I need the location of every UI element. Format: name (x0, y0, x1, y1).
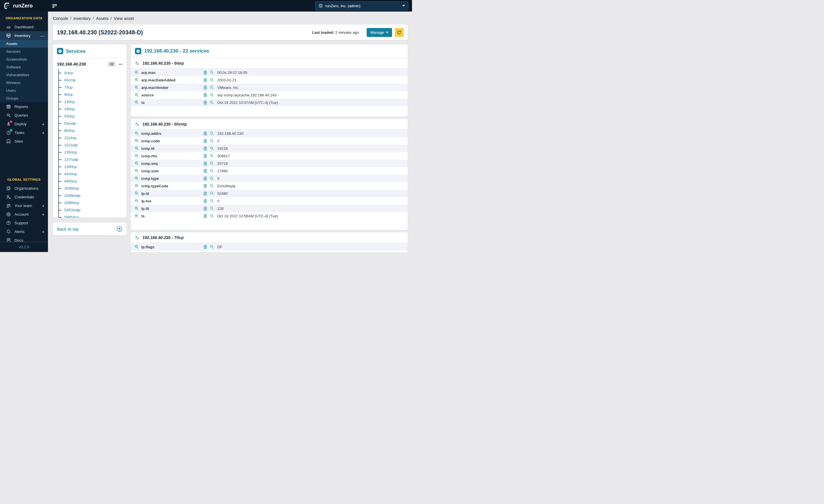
eye-magnifier-icon[interactable] (134, 93, 139, 97)
sidebar-item-support[interactable]: Support (0, 219, 48, 227)
breadcrumb-console[interactable]: Console (53, 16, 68, 21)
copy-clipboard-icon[interactable] (203, 184, 207, 188)
copy-clipboard-icon[interactable] (203, 131, 207, 136)
sidebar-item-deploy[interactable]: Deploy+ (0, 120, 48, 128)
back-to-top-button[interactable]: Back to top (53, 223, 126, 235)
sidebar-item-tasks[interactable]: Tasks+ (0, 128, 48, 137)
port-link-53-tcp[interactable]: 53/tcp (64, 114, 75, 118)
port-link-445-tcp[interactable]: 445/tcp (64, 179, 77, 183)
sidebar-item-reports[interactable]: Reports (0, 102, 48, 111)
expand-toggle-icon[interactable]: + (42, 130, 44, 135)
copy-clipboard-icon[interactable] (203, 199, 207, 203)
sidebar-item-groups[interactable]: Groups (0, 94, 48, 102)
copy-clipboard-icon[interactable] (203, 139, 207, 143)
eye-magnifier-icon[interactable] (134, 139, 139, 143)
sidebar-item-organizations[interactable]: Organizations (0, 184, 48, 193)
search-minus-icon[interactable] (209, 183, 214, 188)
port-link-111-udp[interactable]: 111/udp (64, 143, 78, 147)
search-minus-icon[interactable] (209, 168, 214, 173)
port-link-5353-udp[interactable]: 5353/udp (64, 208, 80, 212)
eye-magnifier-icon[interactable] (134, 161, 139, 166)
search-minus-icon[interactable] (209, 139, 214, 143)
search-minus-icon[interactable] (209, 93, 214, 97)
collapse-toggle-icon[interactable]: — (40, 33, 44, 38)
eye-magnifier-icon[interactable] (134, 146, 139, 151)
search-minus-icon[interactable] (209, 206, 214, 211)
search-minus-icon[interactable] (209, 245, 214, 249)
sidebar-item-alerts[interactable]: Alerts+ (0, 227, 48, 236)
sidebar-item-assets[interactable]: Assets (0, 40, 48, 48)
manage-button[interactable]: Manage (367, 28, 392, 37)
eye-magnifier-icon[interactable] (134, 168, 139, 173)
copy-clipboard-icon[interactable] (203, 245, 207, 249)
eye-magnifier-icon[interactable] (134, 100, 139, 105)
port-link-0-icmp[interactable]: 0/icmp (64, 78, 76, 82)
port-link-7-tcp[interactable]: 7/tcp (64, 85, 73, 90)
sidebar-item-wireless[interactable]: Wireless (0, 79, 48, 87)
copy-clipboard-icon[interactable] (203, 207, 207, 211)
port-link-53-udp[interactable]: 53/udp (64, 121, 76, 126)
sidebar-item-account[interactable]: Account+ (0, 210, 48, 219)
sidebar-item-screenshots[interactable]: Screenshots (0, 55, 48, 63)
copy-clipboard-icon[interactable] (203, 93, 207, 97)
port-link-139-tcp[interactable]: 139/tcp (64, 164, 77, 169)
search-minus-icon[interactable] (209, 191, 214, 196)
search-minus-icon[interactable] (209, 199, 214, 203)
sidebar-item-queries[interactable]: Queries (0, 111, 48, 120)
eye-magnifier-icon[interactable] (134, 199, 139, 203)
search-minus-icon[interactable] (209, 153, 214, 158)
search-minus-icon[interactable] (209, 214, 214, 218)
copy-clipboard-icon[interactable] (203, 71, 207, 75)
copy-clipboard-icon[interactable] (203, 176, 207, 181)
port-link-137-udp[interactable]: 137/udp (64, 157, 78, 162)
sidebar-item-sites[interactable]: Sites (0, 137, 48, 145)
sidebar-item-vulnerabilities[interactable]: Vulnerabilities (0, 71, 48, 79)
breadcrumb-assets[interactable]: Assets (96, 16, 109, 21)
copy-clipboard-icon[interactable] (203, 169, 207, 173)
eye-magnifier-icon[interactable] (134, 206, 139, 211)
copy-clipboard-icon[interactable] (203, 154, 207, 158)
port-link-443-tcp[interactable]: 443/tcp (64, 172, 77, 176)
sidebar-item-users[interactable]: Users (0, 87, 48, 94)
sidebar-item-inventory[interactable]: Inventory— (0, 31, 48, 40)
expand-toggle-icon[interactable]: + (42, 204, 44, 208)
eye-magnifier-icon[interactable] (134, 176, 139, 181)
eye-magnifier-icon[interactable] (134, 78, 139, 82)
copy-clipboard-icon[interactable] (203, 214, 207, 218)
tree-collapse-toggle[interactable]: — (118, 62, 122, 67)
search-minus-icon[interactable] (209, 70, 214, 75)
copy-clipboard-icon[interactable] (203, 161, 207, 166)
organization-selector[interactable]: runZero, Inc. (admin) (315, 1, 408, 10)
port-link-2049-udp[interactable]: 2049/udp (64, 194, 80, 198)
port-link-9-tcp[interactable]: 9/tcp (64, 92, 73, 97)
eye-magnifier-icon[interactable] (134, 85, 139, 90)
sidebar-collapse-button[interactable] (52, 3, 58, 8)
eye-magnifier-icon[interactable] (134, 70, 139, 75)
sidebar-item-dashboard[interactable]: Dashboard (0, 22, 48, 31)
search-minus-icon[interactable] (209, 131, 214, 136)
eye-magnifier-icon[interactable] (134, 214, 139, 218)
port-link-0-arp[interactable]: 0/arp (64, 71, 73, 75)
search-minus-icon[interactable] (209, 161, 214, 166)
eye-magnifier-icon[interactable] (134, 153, 139, 158)
port-link-13-tcp[interactable]: 13/tcp (64, 100, 75, 104)
sidebar-item-software[interactable]: Software (0, 63, 48, 71)
search-minus-icon[interactable] (209, 176, 214, 181)
copy-clipboard-icon[interactable] (203, 146, 207, 151)
port-link-135-tcp[interactable]: 135/tcp (64, 150, 77, 154)
sidebar-item-services[interactable]: Services (0, 48, 48, 55)
port-link-3389-tcp[interactable]: 3389/tcp (64, 201, 79, 205)
port-link-2049-tcp[interactable]: 2049/tcp (64, 186, 79, 191)
expand-toggle-icon[interactable]: + (42, 230, 44, 234)
eye-magnifier-icon[interactable] (134, 191, 139, 196)
breadcrumb-inventory[interactable]: Inventory (73, 16, 91, 21)
port-link-19-tcp[interactable]: 19/tcp (64, 107, 75, 111)
search-minus-icon[interactable] (209, 78, 214, 82)
search-minus-icon[interactable] (209, 100, 214, 105)
copy-clipboard-icon[interactable] (203, 192, 207, 196)
expand-toggle-icon[interactable]: + (42, 212, 44, 217)
search-minus-icon[interactable] (209, 146, 214, 151)
eye-magnifier-icon[interactable] (134, 245, 139, 249)
search-minus-icon[interactable] (209, 85, 214, 90)
port-link-5985-tcp[interactable]: 5985/tcp (64, 215, 79, 218)
